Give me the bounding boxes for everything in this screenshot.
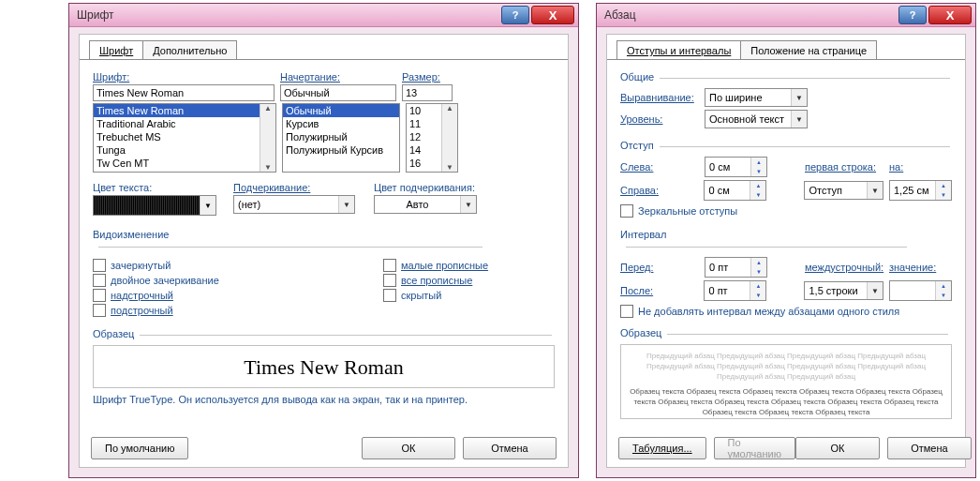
list-item[interactable]: Обычный xyxy=(283,104,399,117)
firstline-label: первая строка: xyxy=(805,161,889,173)
underline-color-label: Цвет подчеркивания: xyxy=(374,182,496,193)
style-list[interactable]: Обычный Курсив Полужирный Полужирный Кур… xyxy=(282,103,400,173)
level-combo[interactable]: Основной текст▼ xyxy=(705,110,808,128)
tab-indents[interactable]: Отступы и интервалы xyxy=(616,40,741,59)
cancel-button[interactable]: Отмена xyxy=(463,437,557,459)
left-spin[interactable]: 0 см▲▼ xyxy=(705,157,767,177)
align-combo[interactable]: По ширине▼ xyxy=(705,88,808,107)
chk-mirror[interactable]: Зеркальные отступы xyxy=(620,204,952,218)
sample-group: Образец xyxy=(93,328,555,339)
lineat-spin[interactable]: ▲▼ xyxy=(889,280,952,301)
before-label: Перед: xyxy=(620,262,705,273)
size-list[interactable]: 10 11 12 14 16 ▲▼ xyxy=(406,103,458,173)
font-titlebar[interactable]: Шрифт ? X xyxy=(69,4,578,27)
default-button[interactable]: По умолчанию xyxy=(91,437,188,459)
chk-strike[interactable]: зачеркнутый xyxy=(93,259,383,272)
indent-group: Отступ xyxy=(620,140,952,151)
general-group: Общие xyxy=(620,71,952,83)
list-item[interactable]: Tw Cen MT xyxy=(94,157,275,170)
font-list[interactable]: Times New Roman Traditional Arabic Trebu… xyxy=(93,103,276,173)
tabs-button[interactable]: Табуляция... xyxy=(618,437,706,459)
para-sample-group: Образец xyxy=(620,327,952,338)
list-item[interactable]: Полужирный xyxy=(283,130,399,143)
by-spin[interactable]: 1,25 см▲▼ xyxy=(889,180,952,201)
right-label: Справа: xyxy=(620,185,704,196)
style-input[interactable] xyxy=(280,84,396,101)
font-title: Шрифт xyxy=(77,8,113,22)
scrollbar[interactable]: ▲▼ xyxy=(260,104,275,172)
firstline-combo[interactable]: Отступ▼ xyxy=(804,181,883,200)
close-button[interactable]: X xyxy=(531,6,574,24)
scrollbar[interactable]: ▲▼ xyxy=(441,104,457,172)
ok-button[interactable]: ОК xyxy=(795,437,880,459)
cancel-button[interactable]: Отмена xyxy=(887,437,972,459)
linespace-combo[interactable]: 1,5 строки▼ xyxy=(804,281,883,300)
para-preview: Предыдущий абзац Предыдущий абзац Предыд… xyxy=(620,344,952,419)
preview-tiny: Предыдущий абзац Предыдущий абзац Предыд… xyxy=(621,345,951,423)
paragraph-dialog: Абзац ? X Отступы и интервалы Положение … xyxy=(596,3,976,478)
font-desc: Шрифт TrueType. Он используется для выво… xyxy=(93,394,555,405)
font-label: Шрифт: xyxy=(93,71,280,83)
underline-combo[interactable]: (нет)▼ xyxy=(233,195,355,214)
preview-text: Times New Roman xyxy=(94,346,554,389)
chk-dstrike[interactable]: двойное зачеркивание xyxy=(93,274,383,287)
default-button: По умолчанию xyxy=(714,437,795,459)
list-item[interactable]: Полужирный Курсив xyxy=(283,143,399,157)
para-body: Отступы и интервалы Положение на страниц… xyxy=(606,34,966,468)
font-color-combo[interactable]: ▼ xyxy=(93,195,216,216)
color-label: Цвет текста: xyxy=(93,182,215,193)
right-spin[interactable]: 0 см▲▼ xyxy=(704,180,766,201)
list-item[interactable]: Курсив xyxy=(283,117,399,130)
size-label: Размер: xyxy=(402,71,468,83)
font-body: Шрифт Дополнительно Шрифт: Начертание: Р… xyxy=(79,34,569,468)
align-label: Выравнивание: xyxy=(620,92,705,103)
list-item[interactable]: Tunga xyxy=(94,143,275,157)
help-button[interactable]: ? xyxy=(501,6,529,24)
tab-pagepos[interactable]: Положение на странице xyxy=(740,40,877,59)
underline-label: Подчеркивание: xyxy=(233,182,355,193)
linespace-label: междустрочный: xyxy=(805,262,889,273)
chk-hidden[interactable]: скрытый xyxy=(383,289,488,302)
lineat-label: значение: xyxy=(889,262,936,273)
effects-group: Видоизменение xyxy=(93,229,555,251)
list-item[interactable]: Traditional Arabic xyxy=(94,117,275,130)
after-spin[interactable]: 0 пт▲▼ xyxy=(704,280,766,301)
chk-sub[interactable]: подстрочный xyxy=(93,304,383,317)
underline-color-combo[interactable]: Авто▼ xyxy=(374,195,477,214)
font-dialog: Шрифт ? X Шрифт Дополнительно Шрифт: Нач… xyxy=(68,3,579,478)
close-button[interactable]: X xyxy=(928,6,972,24)
tab-font[interactable]: Шрифт xyxy=(89,40,143,59)
size-input[interactable] xyxy=(402,84,453,101)
level-label: Уровень: xyxy=(620,113,705,125)
chk-allcaps[interactable]: все прописные xyxy=(383,274,488,287)
font-input[interactable] xyxy=(93,84,275,101)
chk-noadd[interactable]: Не добавлять интервал между абзацами одн… xyxy=(620,305,952,318)
left-label: Слева: xyxy=(620,161,705,173)
by-label: на: xyxy=(889,161,917,173)
before-spin[interactable]: 0 пт▲▼ xyxy=(705,257,767,278)
chk-smallcaps[interactable]: малые прописные xyxy=(383,259,488,272)
style-label: Начертание: xyxy=(280,71,402,83)
ok-button[interactable]: ОК xyxy=(362,437,455,459)
font-preview: Times New Roman xyxy=(93,345,555,388)
after-label: После: xyxy=(620,285,704,296)
list-item[interactable]: Trebuchet MS xyxy=(94,130,275,143)
tab-advanced[interactable]: Дополнительно xyxy=(142,40,237,59)
spacing-group: Интервал xyxy=(620,229,952,251)
help-button[interactable]: ? xyxy=(898,6,927,24)
para-title: Абзац xyxy=(604,8,636,22)
chk-super[interactable]: надстрочный xyxy=(93,289,383,302)
list-item[interactable]: Times New Roman xyxy=(94,104,275,117)
para-titlebar[interactable]: Абзац ? X xyxy=(597,4,975,27)
